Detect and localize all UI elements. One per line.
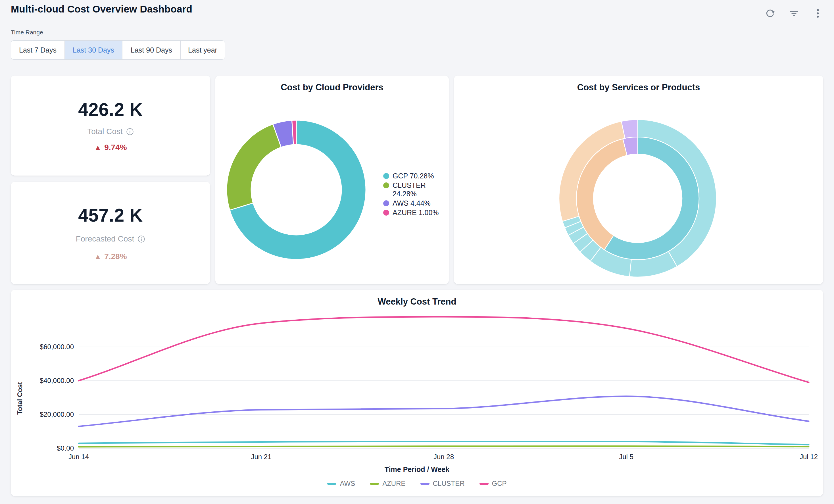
refresh-button[interactable] bbox=[764, 7, 776, 19]
gcp-line-marker bbox=[480, 483, 488, 485]
page-title: Multi-cloud Cost Overview Dashboard bbox=[11, 3, 192, 15]
svg-text:Jul 5: Jul 5 bbox=[619, 453, 633, 461]
more-options-button[interactable] bbox=[812, 7, 824, 19]
svg-text:Jun 28: Jun 28 bbox=[434, 453, 454, 461]
legend-item-cluster[interactable]: CLUSTER 24.28% bbox=[383, 181, 443, 198]
svg-text:Jul 12: Jul 12 bbox=[799, 453, 818, 461]
svg-text:Jun 14: Jun 14 bbox=[68, 453, 89, 461]
trend-legend-item-aws[interactable]: AWS bbox=[327, 480, 355, 487]
svg-text:$0.00: $0.00 bbox=[57, 444, 74, 452]
azure-line-marker bbox=[370, 483, 379, 485]
legend-item-aws[interactable]: AWS 4.44% bbox=[383, 199, 443, 207]
filter-icon bbox=[789, 8, 799, 19]
time-range-group: Last 7 Days Last 30 Days Last 90 Days La… bbox=[11, 40, 225, 60]
kebab-menu-icon bbox=[812, 8, 823, 19]
total-cost-card: 426.2 K Total Cost ▲ 9.74% bbox=[11, 75, 210, 176]
filter-button[interactable] bbox=[788, 7, 800, 19]
total-cost-delta: ▲ 9.74% bbox=[94, 143, 127, 152]
trend-legend: AWS AZURE CLUSTER GCP bbox=[11, 480, 823, 487]
refresh-icon bbox=[765, 8, 775, 19]
legend-item-gcp[interactable]: GCP 70.28% bbox=[383, 172, 443, 180]
azure-legend-dot bbox=[383, 210, 389, 216]
legend-item-azure[interactable]: AZURE 1.00% bbox=[383, 208, 443, 217]
cluster-legend-dot bbox=[383, 182, 389, 188]
svg-text:$20,000.00: $20,000.00 bbox=[40, 411, 74, 418]
trend-legend-item-cluster[interactable]: CLUSTER bbox=[420, 480, 465, 487]
cost-by-cloud-providers-card: Cost by Cloud Providers GCP 70.28% CLUST… bbox=[215, 75, 449, 284]
time-range-label: Time Range bbox=[11, 29, 43, 36]
trend-up-icon: ▲ bbox=[94, 143, 102, 152]
total-cost-label: Total Cost bbox=[87, 127, 134, 136]
time-range-option-last-year[interactable]: Last year bbox=[180, 41, 225, 59]
total-cost-value: 426.2 K bbox=[78, 99, 143, 120]
forecasted-cost-delta: ▲ 7.28% bbox=[94, 252, 127, 261]
svg-text:Jun 21: Jun 21 bbox=[251, 453, 271, 461]
x-axis-title: Time Period / Week bbox=[11, 465, 823, 474]
trend-legend-item-gcp[interactable]: GCP bbox=[480, 480, 507, 487]
weekly-cost-trend-card: Weekly Cost Trend Total Cost $0.00$20,00… bbox=[11, 290, 823, 496]
forecasted-cost-card: 457.2 K Forecasted Cost ▲ 7.28% bbox=[11, 182, 210, 284]
svg-text:$60,000.00: $60,000.00 bbox=[40, 343, 74, 351]
time-range-option-last-7-days[interactable]: Last 7 Days bbox=[11, 41, 65, 59]
info-icon[interactable] bbox=[126, 128, 134, 135]
svg-text:$40,000.00: $40,000.00 bbox=[40, 377, 74, 385]
aws-line-marker bbox=[327, 483, 336, 485]
trend-up-icon: ▲ bbox=[94, 252, 102, 261]
trend-legend-item-azure[interactable]: AZURE bbox=[370, 480, 405, 487]
cluster-line-marker bbox=[420, 483, 430, 485]
services-sunburst-chart[interactable] bbox=[454, 75, 823, 284]
forecasted-cost-value: 457.2 K bbox=[78, 205, 143, 226]
aws-legend-dot bbox=[383, 200, 389, 206]
providers-legend: GCP 70.28% CLUSTER 24.28% AWS 4.44% AZUR… bbox=[383, 172, 443, 218]
time-range-option-last-90-days[interactable]: Last 90 Days bbox=[122, 41, 180, 59]
time-range-option-last-30-days[interactable]: Last 30 Days bbox=[65, 41, 122, 59]
cost-by-services-card: Cost by Services or Products bbox=[454, 75, 823, 284]
header-actions bbox=[764, 7, 824, 19]
gcp-legend-dot bbox=[383, 173, 389, 179]
info-icon[interactable] bbox=[137, 235, 145, 243]
forecasted-cost-label: Forecasted Cost bbox=[76, 234, 145, 243]
